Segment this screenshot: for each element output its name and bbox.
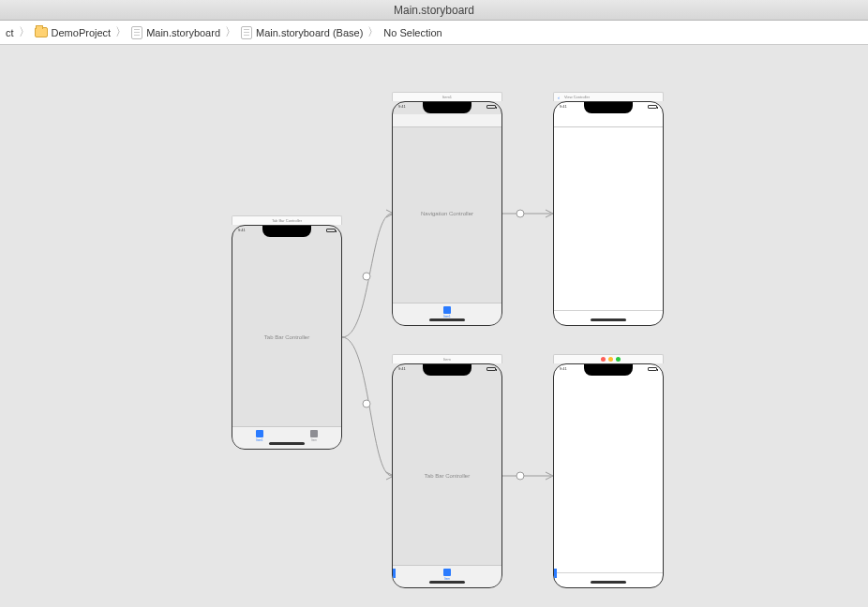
back-chevron-icon (558, 95, 560, 100)
controller-label: Navigation Controller (421, 211, 473, 216)
notch-icon (423, 102, 471, 113)
home-indicator (269, 442, 305, 445)
breadcrumb-label: DemoProject (52, 27, 112, 38)
breadcrumb-item-storyboard[interactable]: Main.storyboard (131, 26, 220, 39)
home-indicator (429, 318, 465, 321)
tab-item-active: Item1 (256, 430, 263, 442)
file-icon (241, 26, 252, 39)
status-time: 9:41 (560, 366, 567, 371)
home-indicator (429, 581, 465, 584)
chevron-right-icon: 〉 (367, 24, 379, 40)
scene-view-controller-2[interactable]: 9:41 (553, 354, 664, 588)
navigation-bar (554, 114, 663, 127)
selection-indicator (554, 569, 557, 578)
minimize-icon (608, 357, 613, 362)
tab-item-active: Item (443, 569, 451, 581)
traffic-lights-icon (597, 357, 621, 362)
breadcrumb-item-truncated[interactable]: ct (6, 27, 14, 38)
phone-mockup[interactable]: 9:41 (553, 101, 664, 326)
battery-icon (486, 367, 496, 371)
phone-mockup[interactable]: 9:41 Tab Bar Controller Item (392, 363, 502, 588)
navigation-bar (393, 114, 501, 127)
window-titlebar: Main.storyboard (0, 0, 868, 21)
scene-title[interactable]: Item1 (392, 92, 502, 101)
chevron-right-icon: 〉 (19, 24, 30, 40)
scene-title-label: View Controller (564, 95, 590, 99)
selection-indicator (393, 569, 396, 578)
scene-title[interactable] (553, 354, 664, 363)
bottom-toolbar (554, 572, 663, 587)
square-icon (310, 430, 318, 437)
chevron-right-icon: 〉 (225, 24, 236, 40)
battery-icon (648, 105, 657, 109)
tab-item-inactive: Item (310, 430, 318, 442)
breadcrumb-label: Main.storyboard (Base) (256, 27, 363, 38)
scene-title[interactable]: View Controller (553, 92, 664, 101)
square-icon (443, 306, 451, 314)
scene-title[interactable]: Tab Bar Controller (232, 215, 342, 225)
scene-navigation-controller[interactable]: Item1 9:41 Navigation Controller Item1 (392, 92, 502, 326)
tab-label: Item1 (256, 438, 263, 442)
svg-point-3 (516, 210, 524, 217)
svg-point-0 (363, 273, 370, 280)
zoom-icon (616, 357, 621, 362)
storyboard-canvas[interactable]: Tab Bar Controller 9:41 Tab Bar Controll… (0, 45, 868, 607)
phone-mockup[interactable]: 9:41 (553, 363, 664, 588)
svg-point-5 (516, 472, 524, 480)
notch-icon (423, 364, 471, 376)
square-icon (443, 569, 451, 576)
chevron-right-icon: 〉 (115, 24, 127, 40)
breadcrumb-item-selection[interactable]: No Selection (383, 27, 441, 38)
notch-icon (584, 364, 633, 376)
status-time: 9:41 (238, 228, 246, 232)
battery-icon (486, 105, 496, 109)
notch-icon (262, 226, 311, 237)
svg-point-1 (363, 400, 370, 407)
tab-item-active: Item1 (443, 306, 451, 318)
scene-view-controller-1[interactable]: View Controller 9:41 (553, 92, 664, 326)
tab-bar: Item1 Item (232, 426, 341, 449)
folder-icon (35, 27, 48, 37)
phone-mockup[interactable]: 9:41 Navigation Controller Item1 (392, 101, 502, 326)
bottom-toolbar (554, 310, 663, 325)
window-title: Main.storyboard (394, 4, 474, 17)
battery-icon (648, 367, 657, 371)
square-icon (256, 430, 263, 437)
scene-title-label: Item (443, 357, 451, 362)
tab-label: Item (311, 438, 317, 442)
breadcrumb-item-project[interactable]: DemoProject (35, 27, 112, 38)
tab-bar: Item (393, 565, 501, 587)
controller-label: Tab Bar Controller (264, 334, 309, 340)
tab-bar: Item1 (393, 303, 501, 325)
status-time: 9:41 (398, 104, 406, 109)
breadcrumb-label: Main.storyboard (146, 27, 220, 38)
notch-icon (584, 102, 633, 113)
status-time: 9:41 (560, 104, 567, 109)
breadcrumb: ct 〉 DemoProject 〉 Main.storyboard 〉 Mai… (0, 21, 868, 45)
file-icon (131, 26, 142, 39)
scene-title[interactable]: Item (392, 354, 502, 363)
controller-label: Tab Bar Controller (425, 473, 470, 479)
breadcrumb-item-base[interactable]: Main.storyboard (Base) (241, 26, 363, 39)
scene-tab-bar-controller[interactable]: Tab Bar Controller 9:41 Tab Bar Controll… (232, 215, 342, 450)
breadcrumb-label: No Selection (383, 27, 441, 38)
breadcrumb-label: ct (6, 27, 14, 38)
scene-title-label: Item1 (442, 95, 452, 99)
home-indicator (591, 581, 626, 584)
home-indicator (591, 318, 626, 321)
battery-icon (326, 229, 336, 232)
status-time: 9:41 (398, 366, 406, 371)
phone-mockup[interactable]: 9:41 Tab Bar Controller Item1 Item (232, 225, 342, 450)
scene-title-label: Tab Bar Controller (272, 218, 302, 223)
scene-tab-bar-controller-2[interactable]: Item 9:41 Tab Bar Controller Item (392, 354, 502, 588)
close-icon (601, 357, 606, 362)
